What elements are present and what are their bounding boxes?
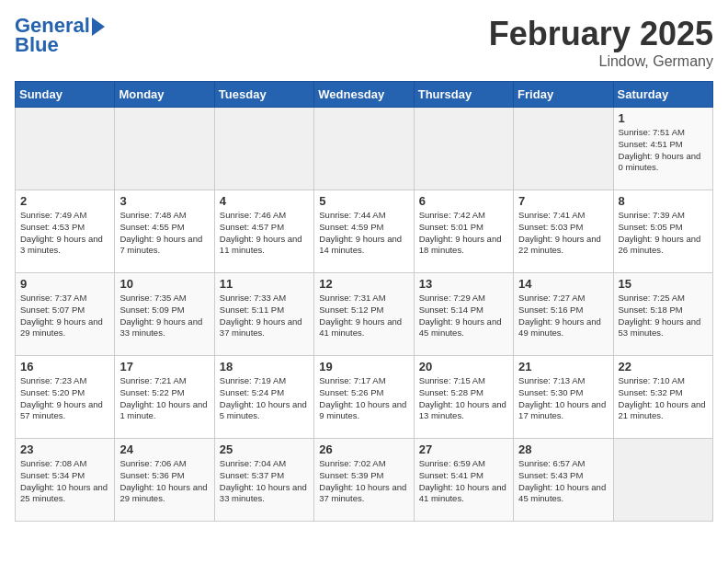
week-row-3: 16Sunrise: 7:23 AM Sunset: 5:20 PM Dayli… [16, 356, 713, 439]
week-row-0: 1Sunrise: 7:51 AM Sunset: 4:51 PM Daylig… [16, 108, 713, 190]
header-day-thursday: Thursday [414, 82, 513, 108]
day-number: 25 [220, 442, 309, 456]
day-info: Sunrise: 7:21 AM Sunset: 5:22 PM Dayligh… [119, 375, 209, 422]
day-number: 24 [119, 442, 209, 456]
calendar-cell: 25Sunrise: 7:04 AM Sunset: 5:37 PM Dayli… [214, 439, 313, 522]
day-info: Sunrise: 7:13 AM Sunset: 5:30 PM Dayligh… [518, 375, 608, 422]
day-number: 26 [319, 442, 408, 456]
calendar-cell: 19Sunrise: 7:17 AM Sunset: 5:26 PM Dayli… [314, 356, 414, 439]
day-info: Sunrise: 7:19 AM Sunset: 5:24 PM Dayligh… [220, 375, 309, 422]
calendar-cell: 1Sunrise: 7:51 AM Sunset: 4:51 PM Daylig… [613, 108, 712, 190]
calendar-table: SundayMondayTuesdayWednesdayThursdayFrid… [15, 81, 713, 522]
day-info: Sunrise: 7:33 AM Sunset: 5:11 PM Dayligh… [220, 293, 309, 339]
logo: General Blue [15, 15, 105, 57]
calendar-cell [514, 108, 613, 190]
calendar-cell: 18Sunrise: 7:19 AM Sunset: 5:24 PM Dayli… [214, 356, 313, 439]
calendar-header: SundayMondayTuesdayWednesdayThursdayFrid… [16, 82, 713, 108]
header-day-tuesday: Tuesday [214, 82, 313, 108]
day-info: Sunrise: 7:25 AM Sunset: 5:18 PM Dayligh… [619, 293, 708, 339]
calendar-cell: 24Sunrise: 7:06 AM Sunset: 5:36 PM Dayli… [115, 439, 214, 522]
day-info: Sunrise: 7:23 AM Sunset: 5:20 PM Dayligh… [20, 375, 109, 422]
day-number: 17 [119, 360, 209, 373]
day-number: 9 [20, 277, 109, 291]
header-day-saturday: Saturday [613, 82, 712, 108]
day-number: 27 [419, 442, 508, 456]
day-info: Sunrise: 7:17 AM Sunset: 5:26 PM Dayligh… [319, 375, 408, 422]
day-number: 18 [220, 360, 309, 373]
week-row-2: 9Sunrise: 7:37 AM Sunset: 5:07 PM Daylig… [16, 273, 713, 356]
day-number: 3 [119, 194, 209, 208]
day-number: 28 [518, 442, 608, 456]
calendar-cell [214, 108, 313, 190]
day-info: Sunrise: 7:42 AM Sunset: 5:01 PM Dayligh… [419, 210, 508, 257]
day-info: Sunrise: 7:48 AM Sunset: 4:55 PM Dayligh… [119, 210, 209, 257]
calendar-cell [115, 108, 214, 190]
calendar-cell: 14Sunrise: 7:27 AM Sunset: 5:16 PM Dayli… [514, 273, 613, 356]
calendar-cell: 9Sunrise: 7:37 AM Sunset: 5:07 PM Daylig… [16, 273, 115, 356]
day-number: 16 [20, 360, 109, 373]
day-number: 12 [319, 277, 408, 291]
day-number: 22 [619, 360, 708, 373]
calendar-body: 1Sunrise: 7:51 AM Sunset: 4:51 PM Daylig… [16, 108, 713, 522]
calendar-cell [16, 108, 115, 190]
calendar-cell: 16Sunrise: 7:23 AM Sunset: 5:20 PM Dayli… [16, 356, 115, 439]
day-number: 5 [319, 194, 408, 208]
day-info: Sunrise: 7:35 AM Sunset: 5:09 PM Dayligh… [119, 293, 209, 339]
calendar-subtitle: Lindow, Germany [489, 53, 713, 70]
calendar-cell: 6Sunrise: 7:42 AM Sunset: 5:01 PM Daylig… [414, 190, 513, 273]
day-number: 20 [419, 360, 508, 373]
calendar-cell: 23Sunrise: 7:08 AM Sunset: 5:34 PM Dayli… [16, 439, 115, 522]
day-number: 23 [20, 442, 109, 456]
week-row-4: 23Sunrise: 7:08 AM Sunset: 5:34 PM Dayli… [16, 439, 713, 522]
day-info: Sunrise: 7:46 AM Sunset: 4:57 PM Dayligh… [220, 210, 309, 257]
logo-arrow-icon [92, 17, 105, 36]
calendar-cell: 12Sunrise: 7:31 AM Sunset: 5:12 PM Dayli… [314, 273, 414, 356]
calendar-cell [613, 439, 712, 522]
day-info: Sunrise: 7:15 AM Sunset: 5:28 PM Dayligh… [419, 375, 508, 422]
calendar-cell: 27Sunrise: 6:59 AM Sunset: 5:41 PM Dayli… [414, 439, 513, 522]
calendar-cell: 5Sunrise: 7:44 AM Sunset: 4:59 PM Daylig… [314, 190, 414, 273]
day-info: Sunrise: 7:04 AM Sunset: 5:37 PM Dayligh… [220, 458, 309, 505]
calendar-cell: 17Sunrise: 7:21 AM Sunset: 5:22 PM Dayli… [115, 356, 214, 439]
calendar-cell: 28Sunrise: 6:57 AM Sunset: 5:43 PM Dayli… [514, 439, 613, 522]
day-info: Sunrise: 7:10 AM Sunset: 5:32 PM Dayligh… [619, 375, 708, 422]
calendar-cell: 26Sunrise: 7:02 AM Sunset: 5:39 PM Dayli… [314, 439, 414, 522]
calendar-cell [414, 108, 513, 190]
day-number: 2 [20, 194, 109, 208]
day-info: Sunrise: 7:49 AM Sunset: 4:53 PM Dayligh… [20, 210, 109, 257]
calendar-cell: 21Sunrise: 7:13 AM Sunset: 5:30 PM Dayli… [514, 356, 613, 439]
day-number: 15 [619, 277, 708, 291]
day-number: 10 [119, 277, 209, 291]
day-info: Sunrise: 7:02 AM Sunset: 5:39 PM Dayligh… [319, 458, 408, 505]
calendar-cell: 4Sunrise: 7:46 AM Sunset: 4:57 PM Daylig… [214, 190, 313, 273]
calendar-cell: 20Sunrise: 7:15 AM Sunset: 5:28 PM Dayli… [414, 356, 513, 439]
header-day-sunday: Sunday [16, 82, 115, 108]
day-number: 4 [220, 194, 309, 208]
day-number: 6 [419, 194, 508, 208]
day-number: 7 [518, 194, 608, 208]
title-block: February 2025 Lindow, Germany [489, 15, 713, 70]
calendar-cell: 15Sunrise: 7:25 AM Sunset: 5:18 PM Dayli… [613, 273, 712, 356]
calendar-cell: 10Sunrise: 7:35 AM Sunset: 5:09 PM Dayli… [115, 273, 214, 356]
header-day-friday: Friday [514, 82, 613, 108]
header-row: SundayMondayTuesdayWednesdayThursdayFrid… [16, 82, 713, 108]
week-row-1: 2Sunrise: 7:49 AM Sunset: 4:53 PM Daylig… [16, 190, 713, 273]
day-number: 19 [319, 360, 408, 373]
calendar-cell: 22Sunrise: 7:10 AM Sunset: 5:32 PM Dayli… [613, 356, 712, 439]
calendar-title: February 2025 [489, 15, 713, 53]
calendar-cell [314, 108, 414, 190]
day-number: 8 [619, 194, 708, 208]
calendar-cell: 13Sunrise: 7:29 AM Sunset: 5:14 PM Dayli… [414, 273, 513, 356]
header-day-wednesday: Wednesday [314, 82, 414, 108]
day-info: Sunrise: 7:06 AM Sunset: 5:36 PM Dayligh… [119, 458, 209, 505]
calendar-cell: 2Sunrise: 7:49 AM Sunset: 4:53 PM Daylig… [16, 190, 115, 273]
day-info: Sunrise: 6:59 AM Sunset: 5:41 PM Dayligh… [419, 458, 508, 505]
day-info: Sunrise: 6:57 AM Sunset: 5:43 PM Dayligh… [518, 458, 608, 505]
calendar-cell: 3Sunrise: 7:48 AM Sunset: 4:55 PM Daylig… [115, 190, 214, 273]
calendar-cell: 11Sunrise: 7:33 AM Sunset: 5:11 PM Dayli… [214, 273, 313, 356]
day-info: Sunrise: 7:51 AM Sunset: 4:51 PM Dayligh… [619, 127, 708, 174]
day-number: 14 [518, 277, 608, 291]
calendar-cell: 8Sunrise: 7:39 AM Sunset: 5:05 PM Daylig… [613, 190, 712, 273]
day-info: Sunrise: 7:39 AM Sunset: 5:05 PM Dayligh… [619, 210, 708, 257]
day-number: 13 [419, 277, 508, 291]
